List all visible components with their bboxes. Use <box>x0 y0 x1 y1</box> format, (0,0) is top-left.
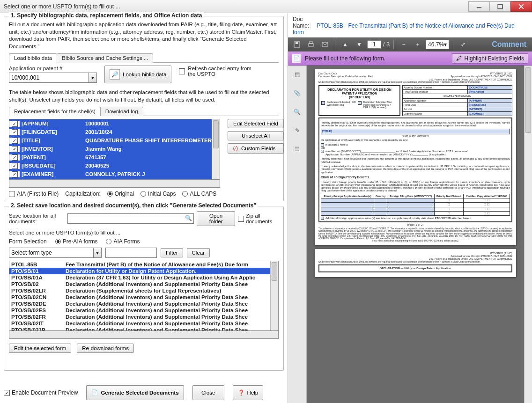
save-loc-label: Save location for all documents: <box>9 213 65 224</box>
browse-folder-icon[interactable]: 🔍 <box>185 215 192 221</box>
form-row[interactable]: PTO/SB/01Declaration for Utility or Desi… <box>9 268 270 274</box>
field-checkbox[interactable]: ✓ <box>12 129 18 135</box>
field-checkbox[interactable]: ✓ <box>12 154 18 161</box>
section2-legend: 2. Select save location and desired docu… <box>9 202 258 209</box>
svg-rect-7 <box>310 42 312 44</box>
search-icon[interactable]: 🔍 <box>292 107 303 117</box>
mail-icon[interactable] <box>319 39 331 50</box>
biblio-row[interactable]: ✓[EXAMINER]CONNOLLY, PATRICK J <box>9 170 212 178</box>
page-current-input[interactable] <box>367 40 381 49</box>
capitalization-label: Capitalization: <box>65 191 100 197</box>
field-checkbox[interactable]: ✓ <box>12 138 18 144</box>
highlight-fields-button[interactable]: 🖍 Highlight Existing Fields <box>452 53 528 64</box>
form-row[interactable]: PTO/SB/02DEDeclaration (Additional Inven… <box>9 300 270 307</box>
field-checkbox[interactable]: ✓ <box>12 146 18 152</box>
scrollbar-horizontal[interactable] <box>9 180 220 188</box>
aia-forms-radio[interactable] <box>106 239 111 244</box>
edit-field-button[interactable]: Edit Selected Field <box>228 119 284 128</box>
zoom-in-icon[interactable]: + <box>412 39 424 50</box>
close-button[interactable]: Close <box>192 385 224 400</box>
biblio-row[interactable]: ✓[TITLE]QUADRATURE PHASE SHIFT INTERFERO… <box>9 136 212 145</box>
form-type-combo[interactable]: ▾ <box>9 248 102 258</box>
form-row[interactable]: PTO/SB/02FRDeclaration (Additional Inven… <box>9 314 270 320</box>
layers-icon[interactable]: ☰ <box>292 144 303 154</box>
appnum-dropdown[interactable]: ▾ <box>89 73 97 83</box>
biblio-row[interactable]: ✓[APPNUM]10000001 <box>9 119 212 128</box>
unselect-all-button[interactable]: Unselect All <box>228 131 284 140</box>
cap-allcaps-radio[interactable] <box>182 191 188 197</box>
formlist-scrollbar[interactable] <box>270 261 278 330</box>
cap-original-radio[interactable] <box>107 191 113 197</box>
section1-legend: 1. Specify bibliographic data, replaceme… <box>9 12 204 19</box>
minimize-button[interactable] <box>468 1 490 12</box>
clear-button[interactable]: Clear <box>187 248 210 257</box>
print-icon[interactable] <box>305 39 317 50</box>
field-checkbox[interactable]: ✓ <box>12 163 18 169</box>
form-banner-icon: 📄 <box>292 54 301 63</box>
redownload-forms-button[interactable]: Re-download forms <box>77 344 134 353</box>
page-up-icon[interactable]: ▲ <box>339 39 351 50</box>
zip-label: Zip all documents <box>246 213 279 224</box>
tab-load-biblio[interactable]: Load biblio data <box>9 53 57 63</box>
maximize-button[interactable] <box>489 1 511 12</box>
window-title: Select one or more USPTO form(s) to fill… <box>4 3 469 10</box>
replacement-fields-list[interactable]: ✓[APPNUM]10000001✓[FILINGDATE]2001/10/24… <box>9 119 220 180</box>
aia-first-checkbox[interactable] <box>9 191 15 197</box>
zoom-out-icon[interactable]: − <box>398 39 410 50</box>
tab-replacement-fields[interactable]: Replacement fields for the shell(s) <box>9 107 101 116</box>
tab-biblio-source[interactable]: Biblio Source and Cache Settings ... <box>57 53 153 63</box>
section-biblio: 1. Specify bibliographic data, replaceme… <box>4 16 284 201</box>
formlist-hscroll[interactable] <box>9 331 279 339</box>
enable-preview-checkbox[interactable]: ✓ <box>4 390 10 396</box>
filter-button[interactable]: Filter <box>161 248 183 257</box>
form-type-input[interactable] <box>9 248 93 258</box>
pre-aia-radio[interactable] <box>55 239 61 244</box>
comment-link[interactable]: Comment <box>492 40 529 49</box>
page-down-icon[interactable]: ▼ <box>353 39 365 50</box>
appnum-input[interactable] <box>9 73 89 83</box>
form-row[interactable]: PTO/SB/02ITDeclaration (Additional Inven… <box>9 320 270 327</box>
doc-name-value: PTOL-85B - Fee Transmittal (Part B) of t… <box>293 22 515 36</box>
form-row[interactable]: PTO/SB/02Declaration (Additional Invento… <box>9 281 270 287</box>
table-intro: The table below shows bibliographic data… <box>9 89 279 103</box>
refresh-cache-checkbox[interactable] <box>179 68 185 74</box>
form-row[interactable]: PTO/SB/021PDeclaration (Additional Inven… <box>9 327 270 330</box>
form-row[interactable]: PTO/SB/02CNDeclaration (Additional Inven… <box>9 294 270 300</box>
save-icon[interactable] <box>291 39 303 50</box>
biblio-row[interactable]: ✓[FILINGDATE]2001/10/24 <box>9 128 212 136</box>
pdf-scrollbar[interactable] <box>524 66 532 403</box>
cap-initial-radio[interactable] <box>140 191 146 197</box>
form-row[interactable]: PTO/SB/01ADeclaration (37 CFR 1.63) for … <box>9 274 270 281</box>
form-type-dropdown[interactable]: ▾ <box>93 248 102 258</box>
zip-checkbox[interactable] <box>238 216 244 222</box>
filter-input[interactable] <box>105 248 157 258</box>
form-row[interactable]: PTOL-85BFee Transmittal (Part B) of the … <box>9 261 270 268</box>
biblio-row[interactable]: ✓[INVENTOR]Jianmin Wang <box>9 145 212 153</box>
lookup-biblio-button[interactable]: 🔎 Lookup biblio data <box>104 66 171 83</box>
form-row[interactable]: PTO/SB/02LRDeclaration (Supplemental she… <box>9 287 270 294</box>
generate-documents-button[interactable]: 📄 Generate Selected Documents <box>86 385 184 400</box>
attachments-icon[interactable]: 📎 <box>292 88 303 98</box>
close-window-button[interactable] <box>510 1 532 12</box>
appnum-combo[interactable]: ▾ <box>9 73 97 83</box>
pdf-toolbar: ▲ ▼ / 3 − + 46.7% ▾ ⤢ Comment <box>288 37 532 51</box>
biblio-row[interactable]: ✓[PATENT]6741357 <box>9 153 212 161</box>
field-checkbox[interactable]: ✓ <box>12 171 18 177</box>
thumbnails-icon[interactable]: ▤ <box>292 69 303 80</box>
help-button[interactable]: ❓Help <box>233 385 264 400</box>
field-checkbox[interactable]: ✓ <box>12 121 18 127</box>
edit-selected-form-button[interactable]: Edit the selected form <box>9 344 71 353</box>
sign-icon[interactable]: ✎ <box>292 125 303 136</box>
form-row[interactable]: PTO/SB/02ESDeclaration (Additional Inven… <box>9 307 270 314</box>
save-location-input[interactable] <box>67 213 194 224</box>
open-folder-button[interactable]: Open folder <box>197 211 235 226</box>
scrollbar-vertical[interactable] <box>212 119 220 179</box>
zoom-combo[interactable]: 46.7% ▾ <box>426 40 449 49</box>
custom-fields-button[interactable]: ⟨⁄⟩ Custom Fields <box>228 143 284 154</box>
biblio-row[interactable]: ✓[ISSUEDATE]20040525 <box>9 161 212 170</box>
tab-download-log[interactable]: Download log <box>100 107 143 116</box>
appnum-label: Application or patent # <box>9 66 97 71</box>
form-list[interactable]: PTOL-85BFee Transmittal (Part B) of the … <box>9 261 279 331</box>
fit-icon[interactable]: ⤢ <box>457 39 469 50</box>
generate-icon: 📄 <box>91 389 98 396</box>
